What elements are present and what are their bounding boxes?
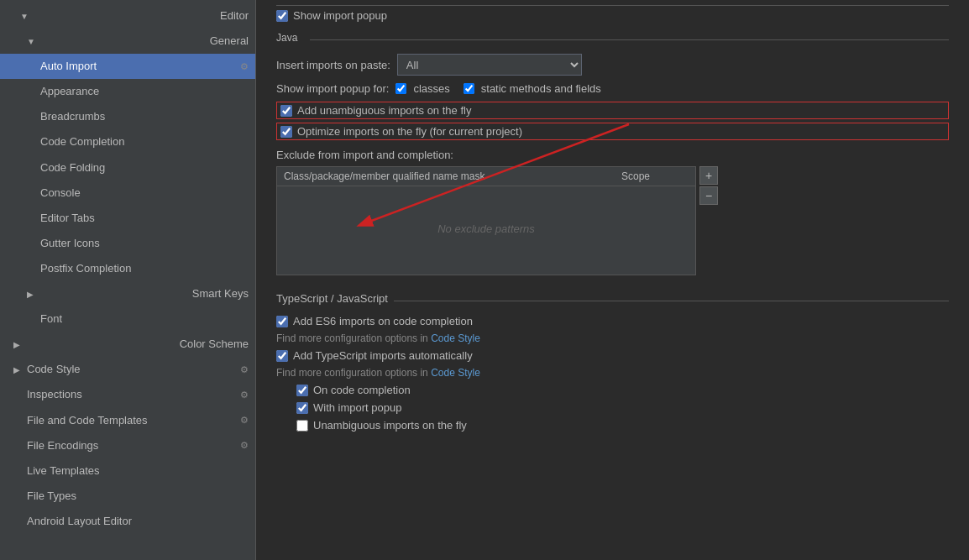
settings-icon: ⚙	[240, 59, 249, 75]
sidebar: ▼ Editor ▼ General Auto Import ⚙ Appeara…	[0, 0, 256, 560]
with-import-popup-row: With import popup	[296, 401, 949, 414]
code-style-link2[interactable]: Code Style	[431, 367, 480, 379]
top-separator	[276, 5, 949, 6]
static-methods-checkbox[interactable]	[464, 83, 474, 94]
find-more-ts2: Find more configuration options in Code …	[276, 367, 949, 379]
sidebar-item-code-folding[interactable]: Code Folding	[0, 155, 255, 181]
insert-imports-label: Insert imports on paste:	[276, 59, 390, 71]
no-exclude-text: No exclude patterns	[437, 222, 535, 235]
add-es6-checkbox[interactable]	[276, 316, 288, 327]
sidebar-item-auto-import[interactable]: Auto Import ⚙	[0, 54, 255, 79]
show-import-popup-for-label: Show import popup for:	[276, 82, 389, 95]
col-name-header: Class/package/member qualified name mask	[284, 170, 621, 182]
ts-section-label: TypeScript / JavaScript	[276, 292, 949, 308]
arrow-icon: ▼	[20, 9, 30, 24]
sidebar-item-console[interactable]: Console	[0, 181, 255, 206]
arrow-icon: ▶	[13, 338, 24, 352]
sidebar-item-general[interactable]: ▼ General	[0, 29, 255, 54]
sidebar-item-inspections[interactable]: Inspections ⚙	[0, 382, 255, 407]
main-content: Show import popup Java Insert imports on…	[256, 0, 969, 560]
insert-imports-row: Insert imports on paste: All Ask None	[276, 54, 949, 76]
add-pattern-button[interactable]: +	[699, 166, 718, 185]
arrow-icon: ▶	[13, 363, 24, 377]
add-typescript-checkbox[interactable]	[276, 350, 288, 362]
table-header: Class/package/member qualified name mask…	[277, 167, 695, 186]
arrow-icon: ▼	[27, 34, 37, 49]
sidebar-item-file-encodings[interactable]: File Encodings ⚙	[0, 433, 255, 458]
col-scope-header: Scope	[621, 170, 689, 182]
sidebar-item-postfix-completion[interactable]: Postfix Completion	[0, 256, 255, 281]
sidebar-item-file-types[interactable]: File Types	[0, 484, 255, 509]
code-style-link1[interactable]: Code Style	[431, 332, 480, 344]
unambiguous-imports-fly-checkbox[interactable]	[296, 420, 308, 432]
sidebar-item-editor-tabs[interactable]: Editor Tabs	[0, 206, 255, 231]
sidebar-item-gutter-icons[interactable]: Gutter Icons	[0, 231, 255, 256]
optimize-imports-checkbox[interactable]	[280, 126, 292, 138]
on-code-completion-label[interactable]: On code completion	[313, 384, 411, 396]
with-import-popup-label[interactable]: With import popup	[313, 401, 402, 414]
sidebar-item-breadcrumbs[interactable]: Breadcrumbs	[0, 104, 255, 129]
find-more-ts1: Find more configuration options in Code …	[276, 332, 949, 344]
sidebar-item-file-code-templates[interactable]: File and Code Templates ⚙	[0, 408, 255, 433]
on-code-completion-checkbox[interactable]	[296, 385, 308, 396]
settings-icon: ⚙	[240, 387, 249, 403]
sidebar-item-appearance[interactable]: Appearance	[0, 79, 255, 104]
static-methods-label[interactable]: static methods and fields	[481, 82, 601, 95]
with-import-popup-checkbox[interactable]	[296, 402, 308, 414]
show-import-popup-label[interactable]: Show import popup	[293, 9, 387, 22]
exclude-table: Class/package/member qualified name mask…	[276, 166, 696, 275]
on-code-completion-row: On code completion	[296, 384, 949, 396]
sidebar-item-android-layout-editor[interactable]: Android Layout Editor	[0, 509, 255, 534]
sidebar-item-smart-keys[interactable]: ▶ Smart Keys	[0, 281, 255, 306]
sidebar-item-font[interactable]: Font	[0, 306, 255, 332]
table-body: No exclude patterns	[277, 186, 695, 270]
arrow-icon: ▶	[27, 287, 37, 301]
add-es6-row: Add ES6 imports on code completion	[276, 315, 949, 327]
show-import-popup-for-row: Show import popup for: classes static me…	[276, 82, 949, 95]
sidebar-item-live-templates[interactable]: Live Templates	[0, 458, 255, 484]
add-unambiguous-row: Add unambiguous imports on the fly	[276, 102, 949, 119]
add-typescript-label[interactable]: Add TypeScript imports automatically	[293, 349, 473, 362]
settings-icon: ⚙	[240, 412, 249, 428]
java-section-label: Java	[276, 32, 949, 47]
settings-icon: ⚙	[240, 437, 249, 453]
unambiguous-imports-fly-label[interactable]: Unambiguous imports on the fly	[313, 419, 467, 432]
sidebar-item-color-scheme[interactable]: ▶ Color Scheme	[0, 332, 255, 357]
sidebar-item-code-completion[interactable]: Code Completion	[0, 129, 255, 154]
classes-checkbox[interactable]	[395, 83, 406, 94]
settings-icon: ⚙	[240, 362, 249, 378]
exclude-table-container: Class/package/member qualified name mask…	[276, 166, 949, 275]
add-typescript-row: Add TypeScript imports automatically	[276, 349, 949, 362]
optimize-imports-label[interactable]: Optimize imports on the fly (for current…	[297, 125, 522, 138]
add-unambiguous-checkbox[interactable]	[280, 105, 292, 117]
exclude-section-label: Exclude from import and completion:	[276, 149, 949, 161]
classes-label[interactable]: classes	[413, 82, 449, 95]
sidebar-item-code-style[interactable]: ▶ Code Style ⚙	[0, 357, 255, 382]
show-import-popup-row: Show import popup	[276, 9, 949, 22]
add-unambiguous-label[interactable]: Add unambiguous imports on the fly	[297, 104, 471, 117]
remove-pattern-button[interactable]: −	[699, 186, 718, 205]
optimize-imports-row: Optimize imports on the fly (for current…	[276, 123, 949, 140]
unambiguous-imports-fly-row: Unambiguous imports on the fly	[296, 419, 949, 432]
table-actions: + −	[699, 166, 718, 275]
add-es6-label[interactable]: Add ES6 imports on code completion	[293, 315, 473, 327]
insert-imports-select[interactable]: All Ask None	[397, 54, 582, 76]
show-import-popup-checkbox[interactable]	[276, 10, 288, 22]
sidebar-item-editor[interactable]: ▼ Editor	[0, 3, 255, 29]
